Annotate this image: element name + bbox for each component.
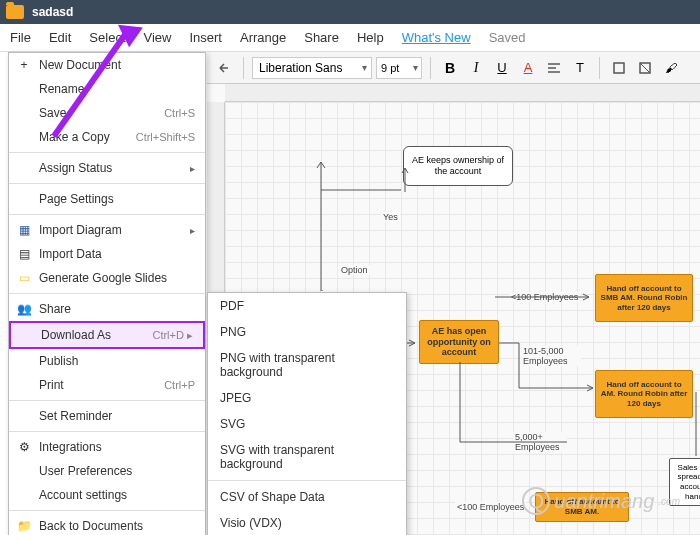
- menu-import-data[interactable]: ▤Import Data: [9, 242, 205, 266]
- node-hand-smb[interactable]: Hand off account to SMB AM. Round Robin …: [595, 274, 693, 322]
- label-lt100-2: <100 Employees: [455, 502, 526, 512]
- whats-new-link[interactable]: What's New: [402, 30, 471, 45]
- menu-publish[interactable]: Publish: [9, 349, 205, 373]
- separator: [9, 293, 205, 294]
- export-svg-transparent[interactable]: SVG with transparent background: [208, 437, 406, 477]
- export-png[interactable]: PNG: [208, 319, 406, 345]
- watermark: Quantrimang.com: [522, 487, 680, 515]
- menu-user-prefs[interactable]: User Preferences: [9, 459, 205, 483]
- node-ae-open[interactable]: AE has open opportunity on account: [419, 320, 499, 364]
- separator: [9, 152, 205, 153]
- text-color-button[interactable]: A: [517, 57, 539, 79]
- line-spacing-button[interactable]: T: [569, 57, 591, 79]
- separator: [243, 57, 244, 79]
- label-101: 101-5,000 Employees: [521, 346, 581, 366]
- data-icon: ▤: [17, 247, 31, 261]
- label-lt100: <100 Employees: [509, 292, 580, 302]
- label-yes: Yes: [381, 212, 400, 222]
- menu-share[interactable]: Share: [304, 30, 339, 45]
- node-hand-am[interactable]: Hand off account to AM. Round Robin afte…: [595, 370, 693, 418]
- menu-bar: File Edit Select View Insert Arrange Sha…: [0, 24, 700, 52]
- separator: [208, 480, 406, 481]
- label-option: Option: [339, 265, 370, 275]
- menu-account-settings[interactable]: Account settings: [9, 483, 205, 507]
- separator: [9, 214, 205, 215]
- separator: [9, 431, 205, 432]
- separator: [9, 400, 205, 401]
- share-icon: 👥: [17, 302, 31, 316]
- label-5k: 5,000+ Employees: [513, 432, 567, 452]
- menu-select[interactable]: Select: [89, 30, 125, 45]
- slides-icon: ▭: [17, 271, 31, 285]
- separator: [9, 183, 205, 184]
- fill-button[interactable]: [608, 57, 630, 79]
- size-select[interactable]: 9 pt: [376, 57, 422, 79]
- paint-button[interactable]: 🖌: [660, 57, 682, 79]
- menu-file[interactable]: File: [10, 30, 31, 45]
- border-button[interactable]: [634, 57, 656, 79]
- undo-button[interactable]: [213, 57, 235, 79]
- visio-icon: ▦: [17, 223, 31, 237]
- menu-integrations[interactable]: ⚙Integrations: [9, 435, 205, 459]
- menu-view[interactable]: View: [144, 30, 172, 45]
- menu-page-settings[interactable]: Page Settings: [9, 187, 205, 211]
- ruler-horizontal: [225, 84, 700, 102]
- title-bar: sadasd: [0, 0, 700, 24]
- folder-icon: 📁: [17, 519, 31, 533]
- menu-google-slides[interactable]: ▭Generate Google Slides: [9, 266, 205, 290]
- menu-new-document[interactable]: +New Document: [9, 53, 205, 77]
- menu-assign-status[interactable]: Assign Status▸: [9, 156, 205, 180]
- italic-button[interactable]: I: [465, 57, 487, 79]
- menu-back-to-docs[interactable]: 📁Back to Documents: [9, 514, 205, 535]
- menu-save[interactable]: SaveCtrl+S: [9, 101, 205, 125]
- file-dropdown: +New Document Rename SaveCtrl+S Make a C…: [8, 52, 206, 535]
- menu-make-copy[interactable]: Make a CopyCtrl+Shift+S: [9, 125, 205, 149]
- doc-title: sadasd: [32, 5, 73, 19]
- download-as-submenu: PDF PNG PNG with transparent background …: [207, 292, 407, 535]
- format-toolbar: Liberation Sans 9 pt B I U A T 🖌: [207, 52, 700, 84]
- separator: [599, 57, 600, 79]
- menu-rename[interactable]: Rename: [9, 77, 205, 101]
- menu-set-reminder[interactable]: Set Reminder: [9, 404, 205, 428]
- svg-rect-0: [614, 63, 624, 73]
- menu-share-file[interactable]: 👥Share: [9, 297, 205, 321]
- menu-download-as[interactable]: Download AsCtrl+D ▸: [9, 321, 205, 349]
- menu-arrange[interactable]: Arrange: [240, 30, 286, 45]
- plus-icon: +: [17, 58, 31, 72]
- saved-status: Saved: [489, 30, 526, 45]
- align-button[interactable]: [543, 57, 565, 79]
- bold-button[interactable]: B: [439, 57, 461, 79]
- menu-insert[interactable]: Insert: [189, 30, 222, 45]
- node-ae-keeps[interactable]: AE keeps ownership of the account: [403, 146, 513, 186]
- export-svg[interactable]: SVG: [208, 411, 406, 437]
- menu-help[interactable]: Help: [357, 30, 384, 45]
- export-png-transparent[interactable]: PNG with transparent background: [208, 345, 406, 385]
- export-pdf[interactable]: PDF: [208, 293, 406, 319]
- export-vdx[interactable]: Visio (VDX): [208, 510, 406, 535]
- menu-print[interactable]: PrintCtrl+P: [9, 373, 205, 397]
- menu-import-diagram[interactable]: ▦Import Diagram▸: [9, 218, 205, 242]
- separator: [9, 510, 205, 511]
- puzzle-icon: ⚙: [17, 440, 31, 454]
- font-select[interactable]: Liberation Sans: [252, 57, 372, 79]
- underline-button[interactable]: U: [491, 57, 513, 79]
- export-csv[interactable]: CSV of Shape Data: [208, 484, 406, 510]
- menu-edit[interactable]: Edit: [49, 30, 71, 45]
- folder-icon: [6, 5, 24, 19]
- export-jpeg[interactable]: JPEG: [208, 385, 406, 411]
- separator: [430, 57, 431, 79]
